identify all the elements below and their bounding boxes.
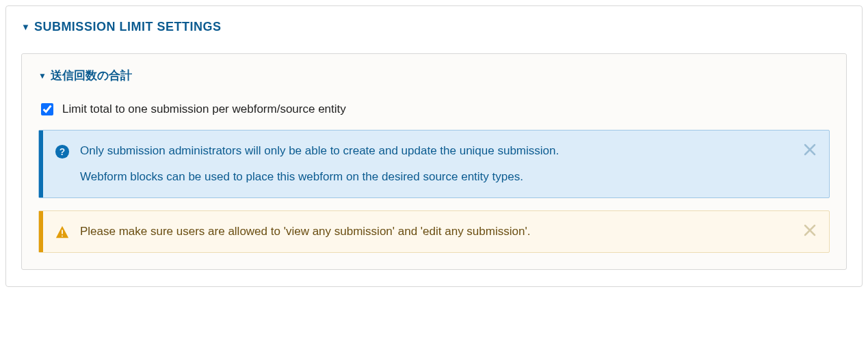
triangle-down-icon: ▼: [38, 71, 47, 81]
subsection-title: 送信回数の合計: [51, 68, 132, 83]
info-alert-line1: Only submission administrators will only…: [80, 143, 792, 159]
warning-alert-body: Please make sure users are allowed to 'v…: [80, 223, 792, 240]
svg-rect-4: [62, 230, 63, 234]
total-submissions-panel: ▼ 送信回数の合計 Limit total to one submission …: [21, 53, 847, 270]
limit-total-checkbox-row: Limit total to one submission per webfor…: [38, 101, 830, 118]
warning-triangle-icon: [53, 225, 72, 240]
warning-alert: Please make sure users are allowed to 'v…: [38, 210, 830, 253]
svg-rect-5: [62, 235, 63, 236]
info-alert: ? Only submission administrators will on…: [38, 130, 830, 198]
section-toggle[interactable]: ▼ SUBMISSION LIMIT SETTINGS: [21, 20, 847, 34]
section-title: SUBMISSION LIMIT SETTINGS: [34, 20, 222, 34]
close-info-alert-button[interactable]: [802, 141, 818, 158]
warning-alert-text: Please make sure users are allowed to 'v…: [80, 223, 792, 240]
close-warning-alert-button[interactable]: [802, 222, 818, 238]
question-circle-icon: ?: [53, 144, 72, 159]
subsection-toggle[interactable]: ▼ 送信回数の合計: [38, 68, 830, 83]
limit-total-label[interactable]: Limit total to one submission per webfor…: [62, 102, 346, 116]
info-alert-body: Only submission administrators will only…: [80, 143, 792, 185]
alert-stripe: [39, 211, 43, 252]
triangle-down-icon: ▼: [21, 23, 30, 31]
svg-text:?: ?: [60, 147, 65, 157]
submission-limit-settings-panel: ▼ SUBMISSION LIMIT SETTINGS ▼ 送信回数の合計 Li…: [5, 5, 863, 287]
alert-stripe: [39, 131, 43, 197]
limit-total-checkbox[interactable]: [41, 103, 53, 115]
info-alert-line2: Webform blocks can be used to place this…: [80, 169, 792, 185]
